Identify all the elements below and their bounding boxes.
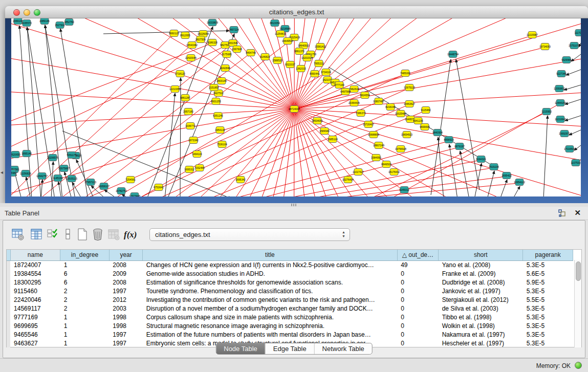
table-cell: 5.9E-5 <box>523 278 573 287</box>
table-selector-dropdown[interactable]: citations_edges.txt ▲▼ <box>149 228 350 241</box>
graph-node-label: 1695342 <box>235 178 246 181</box>
graph-node-label: 9734024 <box>321 71 331 74</box>
memory-status-label: Memory: OK <box>536 362 571 369</box>
graph-node-label: 16954122 <box>514 181 525 184</box>
row-gutter-cell <box>7 287 10 295</box>
graph-node-label: 8958923 <box>444 138 454 141</box>
graph-node-label: 2620650 <box>11 153 20 156</box>
graph-node-label: 12213359 <box>169 87 181 91</box>
table-row[interactable]: 1938455462009Genome-wide association stu… <box>7 269 573 278</box>
table-cell: Franke et al. (2009) <box>439 269 523 278</box>
graph-node-label: 19734093 <box>539 45 551 48</box>
table-row[interactable]: 1830029562008Estimation of significance … <box>7 278 573 287</box>
graph-node-label: 10688809 <box>368 133 379 136</box>
row-gutter-cell <box>7 321 10 330</box>
column-header-short[interactable]: short <box>439 250 523 260</box>
node-attribute-grid: namein_degreeyeartitle△ out_de…shortpage… <box>7 250 573 347</box>
table-row[interactable]: 1872400712008Changes of HCN gene express… <box>7 260 573 269</box>
table-cell: Changes of HCN gene expression and I(f) … <box>143 260 397 269</box>
graph-node-label: 9194321 <box>476 158 486 161</box>
tab-node-table[interactable]: Node Table <box>216 343 265 354</box>
network-canvas[interactable]: 2069140103557320891461527602185276016033… <box>11 18 581 196</box>
attribute-table: namein_degreeyeartitle△ out_de…shortpage… <box>6 249 582 347</box>
graph-node-label: 1588520 <box>272 59 282 62</box>
table-cell: 1997 <box>109 339 142 347</box>
black-citation-edge <box>487 171 494 196</box>
row-gutter-cell <box>7 313 10 321</box>
graph-node-label: 7857224 <box>229 28 239 31</box>
table-cell: Estimation of significance thresholds fo… <box>143 278 397 287</box>
tab-edge-table[interactable]: Edge Table <box>265 343 314 354</box>
red-citation-edge <box>11 18 294 109</box>
divider-grip-handle[interactable] <box>291 204 297 206</box>
graph-node-label: 2151853 <box>209 86 219 89</box>
table-row[interactable]: 2242004622012Investigating the contribut… <box>7 295 573 304</box>
red-citation-edge <box>294 18 518 109</box>
graph-node-label: 12942757 <box>36 174 48 178</box>
table-cell: Structural magnetic resonance image aver… <box>143 321 397 330</box>
table-cell: 9115460 <box>10 287 60 295</box>
table-cell: 1997 <box>109 287 142 295</box>
table-cell: 5.3E-5 <box>523 304 573 313</box>
table-cell: 19384554 <box>10 269 60 278</box>
panel-divider[interactable] <box>0 203 588 207</box>
application-window: ◂ citations_edges.txt <box>0 0 588 372</box>
column-header-in_degree[interactable]: in_degree <box>60 250 110 260</box>
column-header-out_de[interactable]: △ out_de… <box>397 250 439 260</box>
column-header-year[interactable]: year <box>109 250 142 260</box>
select-columns-icon[interactable] <box>30 228 44 242</box>
graph-node-label: 8427512 <box>213 92 224 95</box>
graph-node-label: 1215953 <box>541 110 552 113</box>
table-cell: 1 <box>60 330 110 339</box>
table-cell: 2 <box>60 304 110 313</box>
red-citation-edge <box>294 109 573 196</box>
table-settings-icon[interactable] <box>11 228 26 242</box>
column-header-pagerank[interactable]: pagerank <box>523 250 573 260</box>
graph-node-label: 3175685 <box>222 53 232 56</box>
table-row[interactable]: 946554611997Estimation of the future num… <box>7 330 573 339</box>
table-row[interactable]: 1456911722003Disruption of a novel membe… <box>7 304 573 313</box>
red-citation-edge <box>11 34 173 195</box>
column-checks-icon[interactable] <box>46 228 60 242</box>
function-builder-icon[interactable]: f(x) <box>124 228 138 242</box>
table-cell: 6 <box>60 269 110 278</box>
delete-table-icon[interactable] <box>91 228 105 242</box>
table-cell: 5.3E-5 <box>523 313 573 321</box>
table-cell: Hescheler et al. (1997) <box>439 339 523 347</box>
column-header-title[interactable]: title <box>143 250 397 260</box>
graph-node-label: 9245012 <box>399 188 409 191</box>
graph-node-label: 16176432 <box>388 170 400 173</box>
graph-node-label: 19756928 <box>395 147 406 150</box>
graph-node-label: 7485063 <box>400 72 410 75</box>
network-window-titlebar[interactable]: citations_edges.txt <box>5 6 588 18</box>
table-row[interactable]: 977716911998Corpus callosum shape and si… <box>7 313 573 321</box>
table-cell: Disruption of a novel member of a sodium… <box>143 304 397 313</box>
rows-icon[interactable] <box>61 228 76 242</box>
graph-node-label: 3824554 <box>360 94 370 97</box>
table-cell: 1997 <box>109 330 142 339</box>
close-panel-icon[interactable]: ✕ <box>574 208 581 217</box>
new-table-icon[interactable] <box>76 228 90 242</box>
graph-node-label: 7254561 <box>125 178 136 181</box>
column-header-name[interactable]: name <box>10 250 60 260</box>
collapse-panel-arrow-icon[interactable]: ◂ <box>1 169 3 175</box>
graph-node-label: 22420046 <box>185 56 197 59</box>
graph-node-label: 15751074 <box>569 44 580 47</box>
scrollbar-thumb[interactable] <box>576 261 581 281</box>
table-row[interactable]: 911546021997Tourette syndrome. Phenomeno… <box>7 287 573 295</box>
graph-node-label: 20206576 <box>47 156 58 159</box>
tab-network-table[interactable]: Network Table <box>314 343 372 354</box>
graph-node-label: 18640910 <box>298 44 309 47</box>
graph-node-label: 6497568 <box>340 90 351 93</box>
table-vertical-scrollbar[interactable] <box>574 260 582 347</box>
red-citation-edge <box>11 88 294 109</box>
table-panel-title: Table Panel <box>5 209 39 217</box>
graph-node-label: 12093832 <box>554 87 565 90</box>
graph-node-label: 17957223 <box>85 181 96 184</box>
import-table-disabled-icon <box>107 228 121 242</box>
table-row[interactable]: 969969511998Structural magnetic resonanc… <box>7 321 573 330</box>
table-cell: Nakamura et al. (1997) <box>439 330 523 339</box>
graph-node-label: 19448794 <box>447 53 459 56</box>
float-window-icon[interactable] <box>558 209 567 217</box>
table-cell: 5.3E-5 <box>523 321 573 330</box>
